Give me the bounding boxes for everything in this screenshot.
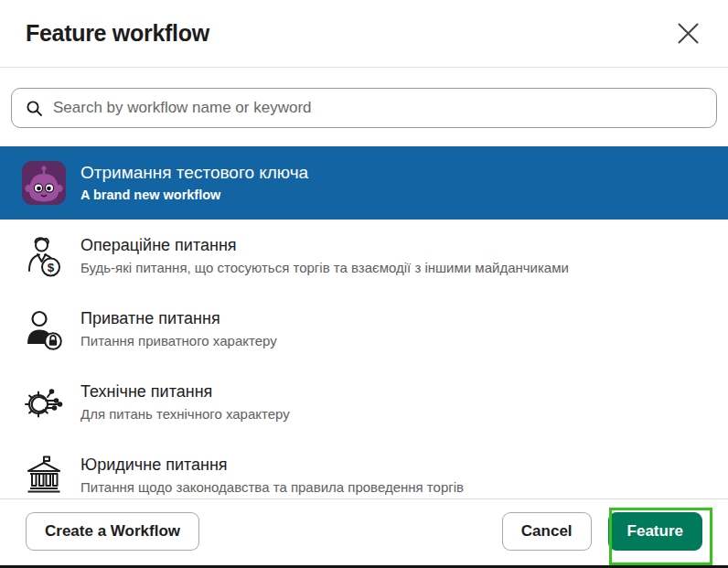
- workflow-description: Для питань технічного характеру: [80, 406, 290, 423]
- workflow-name: Операційне питання: [80, 236, 569, 256]
- workflow-row-legal[interactable]: Юридичне питання Питання щодо законодавс…: [0, 439, 728, 498]
- search-box[interactable]: [11, 88, 717, 128]
- workflow-description: Питання приватного характеру: [80, 333, 277, 349]
- page-title: Feature workflow: [26, 20, 209, 47]
- bank-building-icon: [22, 454, 66, 498]
- workflow-row-private[interactable]: Приватне питання Питання приватного хара…: [0, 293, 728, 366]
- create-workflow-button[interactable]: Create a Workflow: [26, 512, 199, 551]
- close-button[interactable]: [671, 17, 704, 50]
- workflow-row-operational[interactable]: $ Операційне питання Будь-які питання, щ…: [0, 220, 728, 293]
- feature-button[interactable]: Feature: [608, 512, 702, 551]
- workflow-row-technical[interactable]: Технічне питання Для питань технічного х…: [0, 366, 728, 439]
- workflow-name: Юридичне питання: [80, 455, 464, 476]
- gear-circuit-icon: [22, 380, 66, 424]
- workflow-description: Будь-які питання, що стосуються торгів т…: [80, 260, 569, 276]
- feature-workflow-modal: Feature workflow: [0, 0, 728, 568]
- search-icon: [26, 100, 43, 117]
- workflow-name: Приватне питання: [80, 309, 277, 329]
- workflow-description: Питання щодо законодавства та правила пр…: [80, 479, 464, 496]
- search-section: [0, 68, 728, 128]
- close-icon: [677, 22, 700, 45]
- search-input[interactable]: [53, 99, 702, 117]
- workflow-description: A brand new workflow: [80, 188, 308, 203]
- workflow-row-test-key[interactable]: Отримання тестового ключа A brand new wo…: [0, 146, 728, 220]
- robot-avatar-icon: [22, 161, 66, 205]
- cancel-button[interactable]: Cancel: [502, 512, 592, 551]
- modal-header: Feature workflow: [0, 0, 728, 68]
- workflow-name: Технічне питання: [80, 382, 290, 402]
- workflow-name: Отримання тестового ключа: [80, 163, 308, 184]
- modal-footer: Create a Workflow Cancel Feature: [0, 498, 728, 568]
- workflow-list: Отримання тестового ключа A brand new wo…: [0, 146, 728, 498]
- svg-text:$: $: [48, 261, 55, 274]
- person-lock-icon: [22, 307, 66, 351]
- person-dollar-icon: $: [22, 234, 66, 278]
